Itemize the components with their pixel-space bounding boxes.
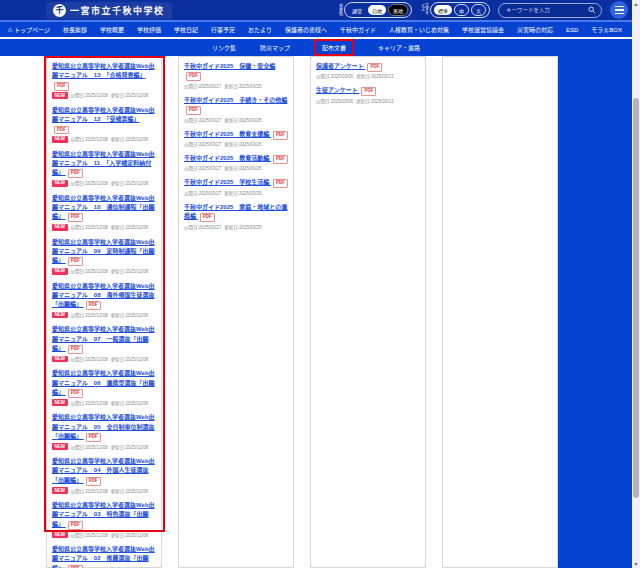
updated-date: 更新日:2025/03/25 [224,165,261,171]
search-input[interactable] [504,6,585,14]
published-date: 公開日:2025/12/08 [71,136,108,142]
nav-row1-item[interactable]: ESD [566,27,578,33]
background-color-option[interactable]: 黒地 [388,4,408,16]
document-link[interactable]: 愛知県公立高等学校入学者選抜Web出願マニュアル 03 特色選抜「出願編」 PD… [52,501,156,530]
nav-row1-item[interactable]: 校長挨拶 [63,25,87,34]
home-icon: ⌂ [8,26,12,33]
background-color-option[interactable]: 白地 [368,5,386,15]
document-link[interactable]: 愛知県公立高等学校入学者選抜Web出願マニュアル 11 「入学検定料納付編」 P… [52,150,156,179]
document-link[interactable]: 愛知県公立高等学校入学者選抜Web出願マニュアル 02 推薦選抜「出願編」 PD… [52,545,156,568]
nav-row2-item[interactable]: 配布文書 [314,39,354,56]
doc-item: 愛知県公立高等学校入学者選抜Web出願マニュアル 05 全日制単位制選抜「出願編… [52,413,156,450]
document-link[interactable]: 千秋中ガイド2025 保健・安全編 PDF [184,62,288,81]
nav-row1-item[interactable]: ⌂トップページ [8,25,50,34]
doc-column-web-application-manuals: 愛知県公立高等学校入学者選抜Web出願マニュアル 13 「合格発表編」 PDFN… [46,56,162,568]
scrollbar-down-arrow[interactable] [632,560,640,568]
document-link[interactable]: 愛知県公立高等学校入学者選抜Web出願マニュアル 07 一般選抜「出願編」 PD… [52,325,156,354]
document-link[interactable]: 愛知県公立高等学校入学者選抜Web出願マニュアル 12 「受検票編」 PDF [52,106,156,135]
doc-item: 千秋中ガイド2025 教育支援編 PDF公開日:2025/03/27更新日:20… [184,130,288,147]
doc-item: 保護者アンケート PDF公開日:2025/03/06更新日:2025/03/13 [316,62,420,79]
document-link[interactable]: 愛知県公立高等学校入学者選抜Web出願マニュアル 05 全日制単位制選抜「出願編… [52,413,156,442]
nav-row1-item[interactable]: 千秋中ガイド [340,25,376,34]
document-link[interactable]: 千秋中ガイド2025 家庭・地域との連携編 PDF [184,203,288,222]
pdf-badge: PDF [273,179,288,188]
nav-row1-item[interactable]: 学校評価 [137,25,161,34]
nav-row1-item[interactable]: 人権教育・いじめ対策 [389,25,449,34]
doc-item: 千秋中ガイド2025 手続き・その他編 PDF公開日:2025/03/27更新日… [184,96,288,123]
published-date: 公開日:2025/12/08 [71,92,108,98]
document-link[interactable]: 生徒アンケート PDF [316,86,420,96]
doc-item: 千秋中ガイド2025 家庭・地域との連携編 PDF公開日:2025/03/27更… [184,203,288,230]
nav-row1-item[interactable]: 学校概要 [100,25,124,34]
document-link[interactable]: 千秋中ガイド2025 教育支援編 PDF [184,130,288,140]
published-date: 公開日:2025/03/27 [184,190,221,196]
scrollbar-up-arrow[interactable] [632,0,640,8]
nav-row1-item[interactable]: モラルBOX [591,25,622,34]
nav-row2-item[interactable]: 防災マップ [260,43,290,52]
document-link[interactable]: 愛知県公立高等学校入学者選抜Web出願マニュアル 06 連携型選抜「出願編」 P… [52,369,156,398]
search-icon[interactable] [588,6,596,14]
document-link[interactable]: 千秋中ガイド2025 手続き・その他編 PDF [184,96,288,115]
published-date: 公開日:2025/12/08 [71,532,108,538]
updated-date: 更新日:2025/03/13 [356,73,393,79]
new-badge: NEW [52,531,68,538]
updated-date: 更新日:2025/12/08 [111,180,148,186]
doc-meta: 公開日:2025/03/27更新日:2025/03/25 [184,165,288,171]
updated-date: 更新日:2025/12/08 [111,224,148,230]
header-controls: 背景色 通常白地黒地 文字サイズ 標準中大 [338,0,628,20]
pdf-badge: PDF [68,565,83,568]
nav-item-label: ESD [566,27,578,33]
nav-row1-item[interactable]: 保護者の皆様へ [285,25,327,34]
document-link[interactable]: 愛知県公立高等学校入学者選抜Web出願マニュアル 08 海外帰国生徒選抜「出願編… [52,282,156,311]
background-color-label: 背景色 [338,4,342,16]
nav-item-label: 保護者の皆様へ [285,25,327,34]
published-date: 公開日:2025/03/06 [316,73,353,79]
doc-meta: NEW公開日:2025/12/08更新日:2025/12/08 [52,399,156,406]
pdf-badge: PDF [68,521,83,530]
doc-item: 愛知県公立高等学校入学者選抜Web出願マニュアル 10 通信制課程「出願編」 P… [52,194,156,231]
nav-row1-item[interactable]: 災害時の対応 [517,25,553,34]
document-link[interactable]: 千秋中ガイド2025 教育活動編 PDF [184,154,288,164]
document-link[interactable]: 愛知県公立高等学校入学者選抜Web出願マニュアル 13 「合格発表編」 PDF [52,62,156,91]
doc-column-empty-column [442,56,558,568]
font-size-option[interactable]: 標準 [434,5,452,15]
nav-row1-item[interactable]: おたより [248,25,272,34]
background-color-option[interactable]: 通常 [348,5,366,15]
pdf-badge: PDF [86,477,101,486]
triangle-up-icon [634,3,638,6]
doc-item: 愛知県公立高等学校入学者選抜Web出願マニュアル 08 海外帰国生徒選抜「出願編… [52,282,156,319]
nav-item-label: 行事予定 [211,25,235,34]
nav-item-label: 学校概要 [100,25,124,34]
triangle-down-icon [634,563,638,566]
document-link[interactable]: 千秋中ガイド2025 学校生活編 PDF [184,178,288,188]
new-badge: NEW [52,399,68,406]
font-size-control: 文字サイズ 標準中大 [420,2,490,18]
nav-row1-item[interactable]: 学校運営協議会 [462,25,504,34]
nav-item-label: モラルBOX [591,25,622,34]
published-date: 公開日:2025/12/08 [71,400,108,406]
nav-row1-item[interactable]: 学校日記 [174,25,198,34]
document-link[interactable]: 愛知県公立高等学校入学者選抜Web出願マニュアル 10 通信制課程「出願編」 P… [52,194,156,223]
updated-date: 更新日:2025/12/08 [111,268,148,274]
updated-date: 更新日:2025/12/08 [111,488,148,494]
font-size-option[interactable]: 中 [454,4,469,16]
nav-row1-item[interactable]: 行事予定 [211,25,235,34]
document-link[interactable]: 愛知県公立高等学校入学者選抜Web出願マニュアル 09 定時制課程「出願編」 P… [52,238,156,267]
doc-item: 千秋中ガイド2025 保健・安全編 PDF公開日:2025/03/27更新日:2… [184,62,288,89]
nav-item-label: 学校日記 [174,25,198,34]
school-brand[interactable]: 千 一宮市立千秋中学校 [46,2,172,19]
new-badge: NEW [52,92,68,99]
font-size-option[interactable]: 大 [471,4,486,16]
vertical-scrollbar[interactable] [632,0,640,568]
scrollbar-thumb[interactable] [633,98,639,498]
document-link[interactable]: 愛知県公立高等学校入学者選抜Web出願マニュアル 04 外国人生徒選抜「出願編」… [52,457,156,486]
updated-date: 更新日:2025/12/08 [111,444,148,450]
document-link[interactable]: 保護者アンケート PDF [316,62,420,72]
doc-item: 愛知県公立高等学校入学者選抜Web出願マニュアル 03 特色選抜「出願編」 PD… [52,501,156,538]
nav-row2-item[interactable]: キャリア・進路 [378,43,420,52]
pdf-badge: PDF [186,72,201,81]
doc-meta: 公開日:2025/03/06更新日:2025/03/13 [316,73,420,79]
pdf-badge: PDF [86,433,101,442]
nav-row2-item[interactable]: リンク集 [212,43,236,52]
hamburger-menu-button[interactable] [610,1,628,19]
